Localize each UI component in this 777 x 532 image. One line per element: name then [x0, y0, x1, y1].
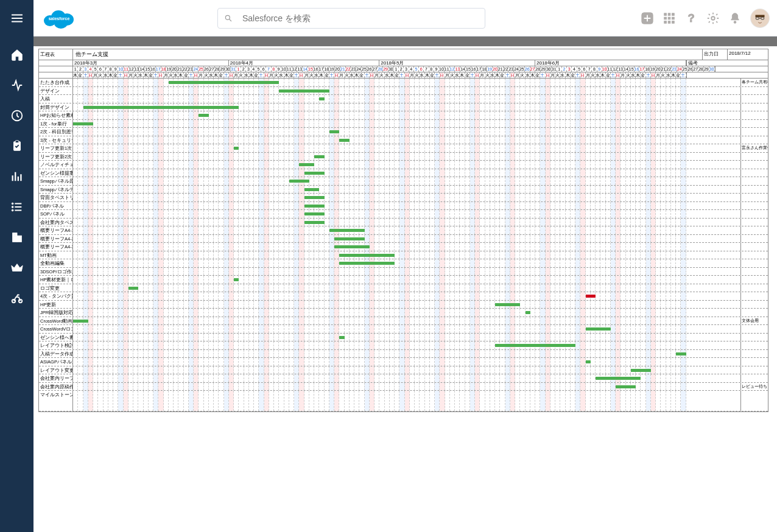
user-avatar[interactable] [750, 9, 770, 28]
grid-icon [663, 12, 676, 25]
avatar-face-icon [751, 9, 769, 27]
notifications-button[interactable] [728, 12, 742, 25]
svg-rect-9 [672, 13, 675, 15]
svg-rect-14 [668, 21, 670, 23]
svg-rect-8 [668, 13, 670, 15]
svg-rect-12 [672, 17, 675, 19]
svg-text:?: ? [687, 12, 694, 24]
app-header: salesforce ? [0, 0, 777, 37]
svg-point-18 [734, 21, 736, 23]
svg-rect-11 [668, 17, 670, 19]
hamburger-menu[interactable] [0, 0, 33, 37]
svg-rect-7 [664, 13, 667, 15]
help-button[interactable]: ? [684, 12, 698, 25]
cloud-logo-icon: salesforce [41, 6, 77, 30]
svg-point-17 [711, 16, 715, 20]
question-icon: ? [684, 12, 698, 25]
salesforce-logo[interactable]: salesforce [41, 6, 77, 30]
global-search[interactable] [217, 8, 485, 29]
hamburger-icon [10, 12, 24, 25]
add-button[interactable] [641, 12, 654, 25]
svg-rect-10 [664, 17, 667, 19]
search-icon [224, 14, 233, 23]
app-launcher[interactable] [663, 12, 676, 25]
search-input[interactable] [241, 13, 479, 24]
header-actions: ? [641, 9, 770, 28]
svg-rect-15 [672, 21, 675, 23]
svg-rect-13 [664, 21, 667, 23]
plus-icon [641, 12, 654, 25]
svg-text:salesforce: salesforce [49, 16, 70, 21]
svg-point-5 [225, 15, 230, 19]
bell-icon [728, 12, 742, 25]
gear-icon [706, 12, 720, 25]
settings-button[interactable] [706, 12, 720, 25]
